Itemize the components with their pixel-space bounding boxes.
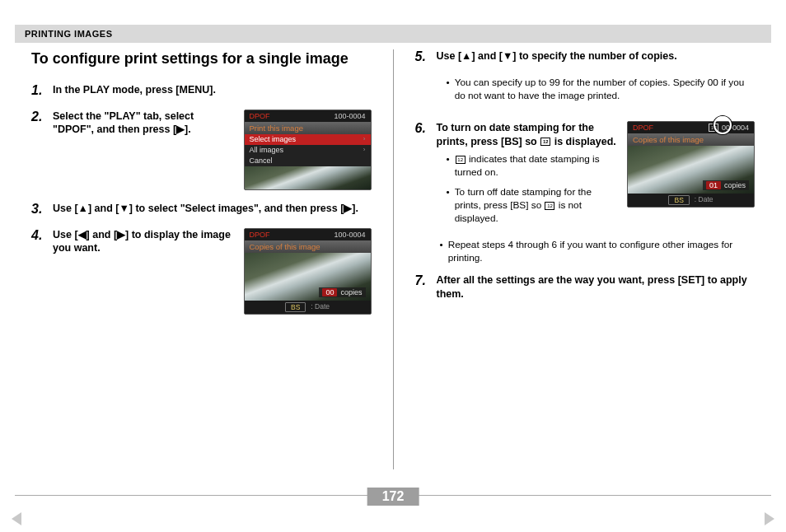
date-label: : Date — [695, 195, 713, 205]
page-number: 172 — [367, 488, 419, 506]
prev-page-button[interactable] — [12, 512, 21, 525]
bullet-list: indicates that date stamping is turned o… — [437, 153, 620, 226]
step-2: 2. Select the "PLAY" tab, select "DPOF",… — [31, 110, 372, 190]
step-number: 6. — [415, 121, 430, 136]
copies-label: copies — [340, 288, 362, 296]
cam-footer: BS : Date — [628, 194, 754, 207]
cam-menu-title: Copies of this image — [245, 240, 371, 253]
step-text: Select the "PLAY" tab, select "DPOF", an… — [53, 110, 236, 138]
step-number: 7. — [415, 273, 430, 288]
highlight-circle — [713, 116, 732, 134]
step-number: 1. — [31, 83, 46, 98]
step-6: 6. To turn on date stamping for the prin… — [415, 121, 756, 232]
step-text: Use [◀] and [▶] to display the image you… — [53, 228, 236, 256]
right-column: 5. Use [▲] and [▼] to specify the number… — [394, 49, 764, 469]
step-text: Use [▲] and [▼] to select "Select images… — [53, 202, 372, 216]
cam-menu-item-selected: Select images› — [245, 134, 371, 145]
step-3: 3. Use [▲] and [▼] to select "Select ima… — [31, 202, 372, 217]
camera-screenshot-copies: DPOF 100-0004 Copies of this image 00 co… — [244, 228, 372, 315]
cam-copies-box: 00 copies — [319, 287, 365, 297]
step-number: 2. — [31, 110, 46, 124]
bullet-item: To turn off date stamping for the prints… — [447, 186, 620, 226]
cam-footer: BS : Date — [245, 301, 371, 314]
date-stamp-icon — [545, 202, 554, 210]
bs-button-label: BS — [668, 195, 689, 205]
bullet-list: Repeat steps 4 through 6 if you want to … — [415, 239, 756, 265]
bullet-item: You can specify up to 99 for the number … — [447, 77, 756, 103]
bs-button-label: BS — [285, 302, 306, 312]
page-title: To configure print settings for a single… — [31, 49, 372, 68]
section-header-text: PRINTING IMAGES — [25, 29, 113, 39]
step-number: 3. — [31, 202, 46, 217]
step-7: 7. After all the settings are the way yo… — [415, 273, 756, 301]
step-number: 5. — [415, 49, 430, 64]
next-page-button[interactable] — [765, 512, 774, 525]
page-content: To configure print settings for a single… — [23, 49, 763, 469]
cam-preview: 01 copies — [628, 146, 754, 194]
date-label: : Date — [311, 302, 330, 312]
cam-menu-item: All images› — [245, 145, 371, 156]
cam-dpof-label: DPOF — [633, 124, 653, 133]
cam-menu-item: Cancel — [245, 156, 371, 166]
step-text: Use [▲] and [▼] to specify the number of… — [437, 49, 677, 63]
left-column: To configure print settings for a single… — [23, 49, 394, 469]
step-text: In the PLAY mode, press [MENU]. — [53, 83, 372, 97]
copies-value: 00 — [322, 288, 337, 296]
chevron-right-icon: › — [363, 146, 366, 154]
bullet-item: Repeat steps 4 through 6 if you want to … — [440, 239, 756, 265]
step-text: To turn on date stamping for the prints,… — [437, 121, 620, 149]
cam-menu-title: Copies of this image — [628, 133, 754, 146]
cam-preview — [245, 166, 371, 189]
step-text: After all the settings are the way you w… — [437, 273, 756, 301]
bullet-item: indicates that date stamping is turned o… — [447, 153, 620, 180]
cam-menu-title: Print this image — [245, 122, 371, 134]
camera-screenshot-date: DPOF 00-0004 Copies of this image 01 cop… — [627, 121, 755, 208]
step-1: 1. In the PLAY mode, press [MENU]. — [31, 83, 372, 98]
date-stamp-icon — [540, 138, 550, 146]
chevron-right-icon: › — [363, 135, 366, 143]
cam-dpof-label: DPOF — [250, 231, 270, 239]
copies-value: 01 — [706, 181, 721, 189]
cam-dpof-label: DPOF — [250, 112, 270, 120]
cam-file-number: 100-0004 — [334, 231, 365, 239]
camera-screenshot-menu: DPOF 100-0004 Print this image Select im… — [244, 110, 372, 190]
step-number: 4. — [31, 228, 46, 243]
bullet-list: You can specify up to 99 for the number … — [437, 77, 756, 110]
copies-label: copies — [724, 181, 746, 189]
cam-preview: 00 copies — [245, 253, 371, 301]
section-header: PRINTING IMAGES — [15, 25, 771, 43]
date-stamp-icon — [456, 156, 466, 164]
step-5: 5. Use [▲] and [▼] to specify the number… — [415, 49, 756, 110]
cam-copies-box: 01 copies — [703, 180, 749, 190]
step-4: 4. Use [◀] and [▶] to display the image … — [31, 228, 372, 315]
camera-screenshot-wrapper: DPOF 00-0004 Copies of this image 01 cop… — [627, 121, 755, 208]
cam-file-number: 100-0004 — [334, 112, 365, 120]
